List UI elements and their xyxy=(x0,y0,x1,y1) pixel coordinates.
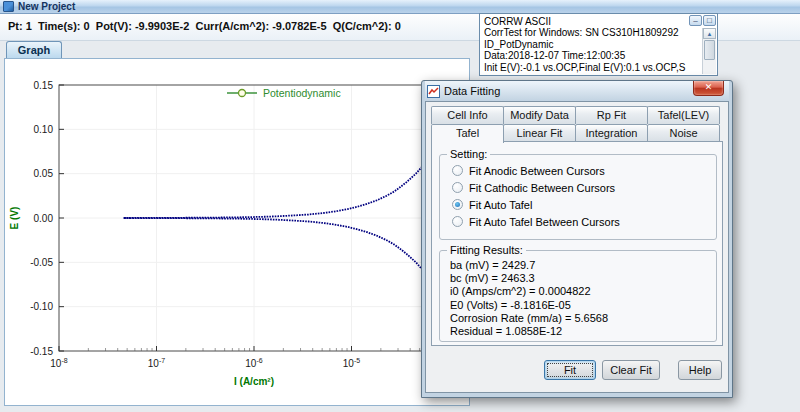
radio-label: Fit Cathodic Between Cursors xyxy=(469,182,615,194)
tab-cell-info[interactable]: Cell Info xyxy=(431,106,504,124)
dialog-icon xyxy=(427,85,440,98)
radio-button[interactable] xyxy=(452,216,463,227)
dialog-titlebar: Data Fitting ✕ xyxy=(425,81,729,101)
status-readout: Pt: 1 Time(s): 0 Pot(V): -9.9903E-2 Curr… xyxy=(8,20,401,32)
scroll-up-icon[interactable]: ▲ xyxy=(703,28,716,39)
x-tick-label: 10-5 xyxy=(343,357,360,369)
result-line: E0 (Volts) = -8.1816E-05 xyxy=(450,299,716,312)
y-tick-label: -0.15 xyxy=(30,346,53,357)
y-tick-label: 0.10 xyxy=(34,124,54,135)
app-icon xyxy=(3,1,14,12)
result-line: i0 (Amps/cm^2) = 0.0004822 xyxy=(450,285,716,298)
ascii-line: Init E(V):-0.1 vs.OCP,Final E(V):0.1 vs.… xyxy=(484,62,702,73)
tab-rp-fit[interactable]: Rp Fit xyxy=(575,106,648,124)
ascii-line: ID_PotDynamic xyxy=(484,39,702,50)
titlebar: New Project xyxy=(0,0,800,14)
y-tick-label: -0.05 xyxy=(30,257,53,268)
tab-graph[interactable]: Graph xyxy=(6,41,62,58)
scrollbar[interactable]: ▲ xyxy=(702,28,716,74)
radio-option-fit-anodic[interactable]: Fit Anodic Between Cursors xyxy=(452,162,716,179)
fitting-results-label: Fitting Results: xyxy=(447,244,526,256)
fit-button[interactable]: Fit xyxy=(544,360,596,380)
y-tick-label: 0.15 xyxy=(34,80,54,91)
tab-noise[interactable]: Noise xyxy=(647,124,720,142)
result-line: ba (mV) = 2429.7 xyxy=(450,259,716,272)
tab-row-2: Tafel Linear Fit Integration Noise xyxy=(431,124,723,142)
radio-option-fit-auto-tafel-cursors[interactable]: Fit Auto Tafel Between Cursors xyxy=(452,213,716,230)
setting-group: Setting: Fit Anodic Between Cursors Fit … xyxy=(439,154,717,240)
minimize-icon[interactable]: – xyxy=(689,15,702,26)
y-axis-title: E (V) xyxy=(9,207,20,230)
chart-panel: 10-810-710-610-510-40.150.100.050.00-0.0… xyxy=(4,58,470,406)
y-tick-label: 0.00 xyxy=(34,213,54,224)
clear-fit-button[interactable]: Clear Fit xyxy=(602,360,660,380)
result-line: Residual = 1.0858E-12 xyxy=(450,325,716,338)
tafel-tab-page: Setting: Fit Anodic Between Cursors Fit … xyxy=(431,141,723,346)
help-button[interactable]: Help xyxy=(678,360,722,380)
tab-row-1: Cell Info Modify Data Rp Fit Tafel(LEV) xyxy=(431,106,723,124)
radio-button[interactable] xyxy=(452,165,463,176)
x-tick-label: 10-6 xyxy=(245,357,262,369)
radio-label: Fit Auto Tafel xyxy=(469,199,532,211)
ascii-text-block: CORRW ASCII CorrTest for Windows: SN CS3… xyxy=(480,14,702,75)
radio-label: Fit Anodic Between Cursors xyxy=(469,165,605,177)
tab-integration[interactable]: Integration xyxy=(575,124,648,142)
ascii-line: Data:2018-12-07 Time:12:00:35 xyxy=(484,50,702,61)
main-window: New Project Pt: 1 Time(s): 0 Pot(V): -9.… xyxy=(0,0,800,412)
dialog-body: Cell Info Modify Data Rp Fit Tafel(LEV) … xyxy=(425,101,729,393)
radio-button[interactable] xyxy=(452,199,463,210)
close-icon[interactable]: ✕ xyxy=(693,81,724,96)
window-title: New Project xyxy=(18,1,75,13)
ascii-line: CORRW ASCII xyxy=(484,16,702,27)
scroll-thumb[interactable] xyxy=(704,40,715,60)
fitting-results-text: ba (mV) = 2429.7 bc (mV) = 2463.3 i0 (Am… xyxy=(440,251,716,338)
ascii-info-panel: CORRW ASCII CorrTest for Windows: SN CS3… xyxy=(479,13,718,76)
tab-tafel-lev[interactable]: Tafel(LEV) xyxy=(647,106,720,124)
x-tick-label: 10-8 xyxy=(50,357,67,369)
radio-button[interactable] xyxy=(452,182,463,193)
result-line: Corrosion Rate (mm/a) = 5.6568 xyxy=(450,312,716,325)
data-fitting-dialog: Data Fitting ✕ Cell Info Modify Data Rp … xyxy=(421,80,733,398)
radio-label: Fit Auto Tafel Between Cursors xyxy=(469,216,620,228)
radio-option-fit-cathodic[interactable]: Fit Cathodic Between Cursors xyxy=(452,179,716,196)
result-line: bc (mV) = 2463.3 xyxy=(450,272,716,285)
panel-window-buttons: – □ xyxy=(689,15,716,26)
y-tick-label: -0.10 xyxy=(30,301,53,312)
radio-option-fit-auto-tafel[interactable]: Fit Auto Tafel xyxy=(452,196,716,213)
x-tick-label: 10-7 xyxy=(148,357,165,369)
setting-group-label: Setting: xyxy=(447,148,490,160)
potentiodynamic-chart: 10-810-710-610-510-40.150.100.050.00-0.0… xyxy=(5,59,469,405)
dialog-buttons: Fit Clear Fit Help xyxy=(544,360,722,380)
tab-modify-data[interactable]: Modify Data xyxy=(503,106,576,124)
fitting-results-group: Fitting Results: ba (mV) = 2429.7 bc (mV… xyxy=(439,250,717,342)
ascii-line: CorrTest for Windows: SN CS310H1809292 xyxy=(484,27,702,38)
restore-icon[interactable]: □ xyxy=(703,15,716,26)
x-axis-title: I (A/cm²) xyxy=(234,376,274,387)
dialog-title: Data Fitting xyxy=(444,85,500,97)
tab-linear-fit[interactable]: Linear Fit xyxy=(503,124,576,142)
y-tick-label: 0.05 xyxy=(34,168,54,179)
tab-tafel[interactable]: Tafel xyxy=(431,124,504,143)
legend-marker-icon xyxy=(239,90,246,97)
legend-label: Potentiodynamic xyxy=(263,87,341,99)
